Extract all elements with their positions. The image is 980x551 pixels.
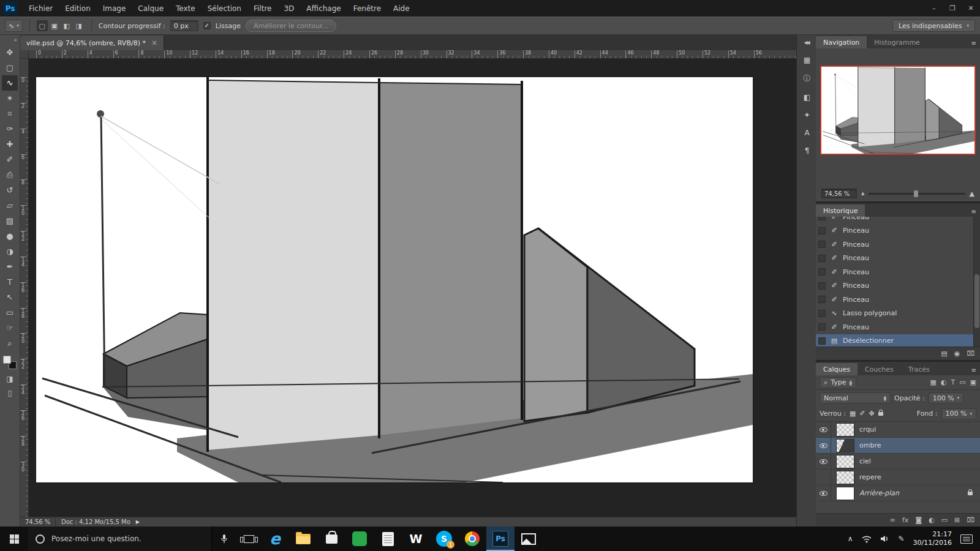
clock[interactable]: 21:17 30/11/2016 bbox=[913, 530, 952, 547]
panel-tab[interactable]: Calques bbox=[816, 363, 858, 375]
hand-tool[interactable]: ☞ bbox=[2, 320, 18, 335]
paragraph-panel-icon[interactable]: ¶ bbox=[805, 146, 809, 155]
layer-visibility-toggle[interactable] bbox=[816, 485, 831, 501]
color-swatches[interactable] bbox=[3, 356, 17, 369]
layer-visibility-toggle[interactable] bbox=[816, 438, 831, 453]
ruler-corner[interactable] bbox=[20, 50, 29, 58]
history-source-well[interactable] bbox=[818, 296, 826, 303]
pen-icon[interactable]: ✎ bbox=[899, 534, 905, 543]
minimize-button[interactable]: – bbox=[925, 0, 943, 17]
add-mask-icon[interactable]: ◙ bbox=[915, 516, 922, 524]
history-state-row[interactable]: ✐ Pinceau bbox=[816, 320, 973, 334]
type-tool[interactable]: T bbox=[2, 274, 18, 290]
adjustment-layer-icon[interactable]: ◐ bbox=[929, 516, 935, 524]
action-center-icon[interactable] bbox=[960, 534, 973, 544]
layer-thumbnail[interactable] bbox=[836, 439, 854, 452]
delete-state-icon[interactable]: ⌧ bbox=[967, 350, 974, 358]
filter-type-icon[interactable]: T bbox=[951, 378, 955, 386]
menu-item[interactable]: Calque bbox=[132, 0, 170, 17]
panel-tab[interactable]: Couches bbox=[858, 363, 901, 375]
vertical-ruler[interactable]: 024681012141618202224262830 bbox=[20, 59, 29, 517]
menu-item[interactable]: Image bbox=[97, 0, 132, 17]
magic-wand-tool[interactable]: ✶ bbox=[2, 91, 18, 106]
layer-row[interactable]: ciel bbox=[816, 454, 980, 470]
zoom-slider[interactable] bbox=[869, 193, 965, 195]
menu-item[interactable]: Fenêtre bbox=[347, 0, 387, 17]
antialias-checkbox[interactable]: ✓ bbox=[203, 22, 211, 29]
delete-layer-icon[interactable]: ⌧ bbox=[967, 516, 974, 524]
panel-menu-icon[interactable]: ≡ bbox=[968, 367, 980, 375]
menu-item[interactable]: 3D bbox=[277, 0, 300, 17]
tab-close-icon[interactable]: × bbox=[151, 39, 157, 47]
status-zoom-field[interactable]: 74,56 % bbox=[25, 517, 56, 527]
collapse-panels-icon[interactable]: ◂◂ bbox=[804, 38, 809, 47]
menu-item[interactable]: Affichage bbox=[300, 0, 347, 17]
status-menu-arrow-icon[interactable]: ▶ bbox=[136, 519, 140, 525]
new-selection-icon[interactable]: ▢ bbox=[37, 20, 48, 31]
layer-row[interactable]: crqui bbox=[816, 422, 980, 438]
layer-thumbnail[interactable] bbox=[836, 423, 854, 437]
close-button[interactable]: ✕ bbox=[962, 0, 980, 17]
menu-item[interactable]: Filtre bbox=[247, 0, 277, 17]
document-tab[interactable]: ville.psd @ 74,6% (ombre, RVB/8) * × bbox=[20, 36, 164, 50]
toolbar-collapse-icon[interactable]: » bbox=[13, 35, 20, 45]
hidden-icons-chevron[interactable]: ∧ bbox=[848, 534, 853, 543]
canvas-document[interactable] bbox=[36, 77, 753, 482]
history-brush-tool[interactable]: ↺ bbox=[2, 182, 18, 198]
chrome-icon[interactable] bbox=[458, 527, 486, 551]
lasso-tool[interactable]: ∿ bbox=[2, 75, 18, 91]
crop-tool[interactable]: ⌗ bbox=[2, 106, 18, 121]
history-source-well[interactable] bbox=[818, 241, 826, 248]
history-source-well[interactable] bbox=[818, 337, 826, 345]
history-state-row[interactable]: ✐ Pinceau bbox=[816, 265, 973, 279]
lock-all-icon[interactable] bbox=[878, 412, 883, 416]
zoom-slider-thumb[interactable] bbox=[914, 190, 918, 197]
green-app-icon[interactable] bbox=[345, 527, 374, 551]
menu-item[interactable]: Aide bbox=[387, 0, 416, 17]
layer-visibility-toggle[interactable] bbox=[816, 470, 831, 485]
history-state-row[interactable]: ✐ Pinceau bbox=[816, 238, 973, 252]
history-source-well[interactable] bbox=[818, 282, 826, 290]
layer-style-icon[interactable]: fx bbox=[902, 516, 908, 524]
new-snapshot-icon[interactable]: ◉ bbox=[954, 350, 960, 358]
adjustments-panel-icon[interactable]: ◧ bbox=[804, 93, 809, 102]
history-state-row[interactable]: ✐ Pinceau bbox=[816, 252, 973, 266]
photoshop-taskbar-icon[interactable]: Ps bbox=[486, 527, 514, 551]
layer-thumbnail[interactable] bbox=[836, 471, 854, 484]
skype-icon[interactable]: S 1 bbox=[430, 527, 458, 551]
panel-menu-icon[interactable]: ≡ bbox=[968, 208, 980, 217]
zoom-in-icon[interactable]: ▲ bbox=[970, 190, 974, 198]
filter-pixel-icon[interactable]: ▦ bbox=[930, 378, 936, 386]
screen-mode-icon[interactable]: ▯ bbox=[8, 389, 12, 397]
intersect-selection-icon[interactable]: ◨ bbox=[74, 20, 85, 31]
document-app-icon[interactable] bbox=[374, 527, 402, 551]
feather-input[interactable]: 0 px bbox=[170, 20, 198, 31]
lock-paint-icon[interactable]: ✐ bbox=[859, 410, 865, 418]
clone-stamp-tool[interactable]: ⎙ bbox=[2, 167, 18, 182]
history-state-row[interactable]: ✐ Pinceau bbox=[816, 217, 973, 224]
volume-icon[interactable] bbox=[880, 535, 890, 542]
history-source-well[interactable] bbox=[818, 268, 826, 276]
filter-shape-icon[interactable]: ▭ bbox=[959, 378, 965, 386]
navigator-zoom-field[interactable]: 74,56 % bbox=[821, 189, 857, 198]
styles-panel-icon[interactable]: ✦ bbox=[804, 111, 809, 119]
color-swatches-panel-icon[interactable]: ▦ bbox=[804, 56, 809, 64]
eraser-tool[interactable]: ▱ bbox=[2, 198, 18, 213]
add-selection-icon[interactable]: ▣ bbox=[49, 20, 60, 31]
menu-item[interactable]: Texte bbox=[170, 0, 202, 17]
history-state-row[interactable]: ✐ Pinceau bbox=[816, 224, 973, 238]
history-state-row[interactable]: ∿ Lasso polygonal bbox=[816, 307, 973, 321]
panel-tab[interactable]: Navigation bbox=[816, 36, 867, 48]
menu-item[interactable]: Edition bbox=[59, 0, 97, 17]
menu-item[interactable]: Fichier bbox=[23, 0, 59, 17]
opacity-dropdown[interactable]: 100 % ▾ bbox=[929, 392, 963, 403]
store-icon[interactable] bbox=[317, 527, 345, 551]
scrollbar-thumb[interactable] bbox=[974, 274, 979, 328]
brush-tool[interactable]: ✐ bbox=[2, 152, 18, 167]
layer-row[interactable]: Arrière-plan bbox=[816, 485, 980, 501]
lock-transparency-icon[interactable]: ▦ bbox=[850, 410, 856, 418]
shape-tool[interactable]: ▭ bbox=[2, 305, 18, 320]
history-source-well[interactable] bbox=[818, 227, 826, 234]
zoom-out-icon[interactable]: ▲ bbox=[861, 191, 864, 196]
character-panel-icon[interactable]: A bbox=[804, 129, 808, 137]
